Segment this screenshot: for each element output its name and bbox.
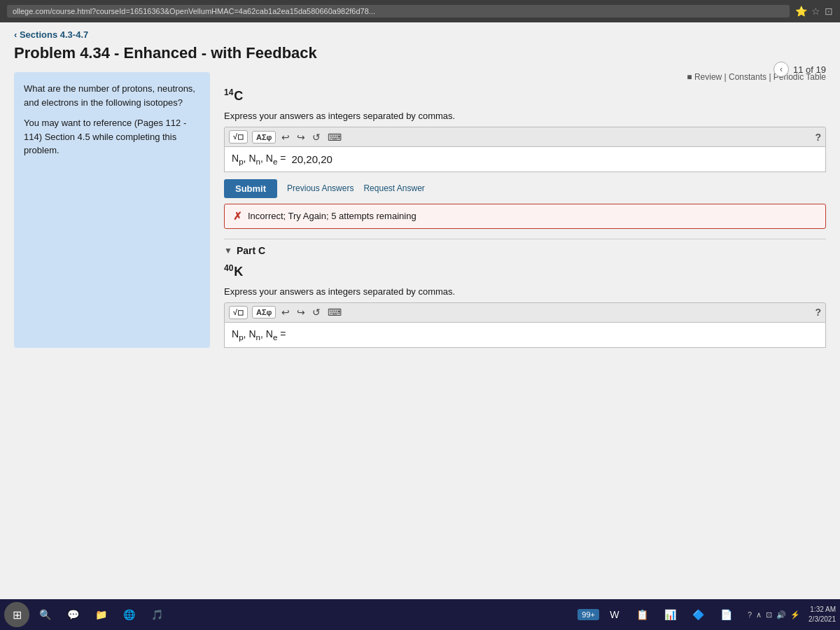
- isotope-symbol-c: K: [234, 265, 243, 279]
- network-icon[interactable]: ⊡: [766, 610, 772, 620]
- prev-page-button[interactable]: ‹: [774, 62, 789, 77]
- expand-tray-icon[interactable]: ∧: [756, 610, 762, 620]
- undo-button-c[interactable]: ↩: [280, 307, 291, 318]
- right-panel: ■ Review | Constants | Periodic Table 14…: [224, 72, 826, 348]
- section-divider: [224, 239, 826, 239]
- star-icon[interactable]: ⭐: [795, 6, 807, 17]
- page-counter: 11 of 19: [793, 64, 826, 75]
- taskbar-browser-button[interactable]: 🌐: [116, 602, 141, 627]
- help-icon-c[interactable]: ?: [815, 307, 821, 318]
- taskbar-app2-button[interactable]: 📊: [658, 602, 683, 627]
- previous-answers-link-b[interactable]: Previous Answers: [287, 183, 354, 193]
- badge-label: 99+: [582, 610, 595, 619]
- nav-counter: ‹ 11 of 19: [774, 62, 826, 77]
- taskbar-sys-tray: ? ∧ ⊡ 🔊 ⚡: [742, 610, 806, 620]
- part-c-header: ▼ Part C: [224, 245, 826, 256]
- taskbar-app3-button[interactable]: 🔷: [686, 602, 711, 627]
- input-toolbar-b: √◻ ΑΣφ ↩ ↪ ↺ ⌨ ?: [224, 127, 826, 147]
- left-panel: What are the number of protons, neutrons…: [14, 72, 210, 348]
- isotope-mass-c: 40: [224, 263, 233, 273]
- help-icon-b[interactable]: ?: [815, 132, 821, 143]
- page-title: Problem 4.34 - Enhanced - with Feedback: [14, 44, 826, 62]
- taskbar-app4-button[interactable]: 📄: [714, 602, 739, 627]
- answer-row-b: Np, Nn, Ne =: [224, 147, 826, 172]
- browser-icons: ⭐ ☆ ⊡: [795, 6, 833, 17]
- refresh-button-c[interactable]: ↺: [311, 307, 322, 318]
- taskbar-time: 1:32 AM 2/3/2021: [808, 605, 836, 624]
- taskbar-files-button[interactable]: 📁: [88, 602, 113, 627]
- error-text-b: Incorrect; Try Again; 5 attempts remaini…: [248, 211, 416, 221]
- refresh-button-b[interactable]: ↺: [311, 132, 322, 143]
- top-nav: Sections 4.3-4.7: [14, 29, 826, 40]
- main-content: Sections 4.3-4.7 Problem 4.34 - Enhanced…: [0, 22, 840, 599]
- greek-button-c[interactable]: ΑΣφ: [252, 306, 276, 318]
- start-button[interactable]: ⊞: [4, 602, 29, 627]
- express-instruction-c: Express your answers as integers separat…: [224, 286, 826, 297]
- part-c-arrow-icon: ▼: [224, 246, 232, 255]
- taskbar-badge-button[interactable]: 99+: [578, 609, 599, 620]
- submit-row-b: Submit Previous Answers Request Answer: [224, 179, 826, 198]
- part-c-label: Part C: [237, 245, 265, 256]
- clock-date: 2/3/2021: [808, 615, 836, 624]
- isotope-label-b: 14C: [224, 88, 243, 104]
- greek-button-b[interactable]: ΑΣφ: [252, 131, 276, 144]
- reference-text: You may want to reference (Pages 112 - 1…: [24, 116, 200, 158]
- answer-label-c: Np, Nn, Ne =: [232, 328, 286, 342]
- bookmark-icon[interactable]: ☆: [811, 6, 820, 17]
- error-box-b: ✗ Incorrect; Try Again; 5 attempts remai…: [224, 204, 826, 229]
- redo-button-b[interactable]: ↪: [295, 132, 307, 143]
- keyboard-button-c[interactable]: ⌨: [326, 307, 343, 318]
- isotope-symbol-b: C: [234, 89, 243, 103]
- volume-icon[interactable]: 🔊: [776, 610, 786, 620]
- browser-bar: ollege.com/course.html?courseId=16516363…: [0, 0, 840, 22]
- undo-button-b[interactable]: ↩: [280, 132, 291, 143]
- taskbar-search-button[interactable]: 🔍: [32, 602, 57, 627]
- part-b-isotope: 14C: [224, 88, 826, 108]
- clock-time: 1:32 AM: [808, 605, 836, 615]
- review-links: ■ Review | Constants | Periodic Table: [224, 72, 826, 82]
- isotope-mass-b: 14: [224, 88, 233, 97]
- answer-label-b: Np, Nn, Ne =: [232, 153, 286, 166]
- browser-url: ollege.com/course.html?courseId=16516363…: [7, 5, 790, 18]
- error-icon-b: ✗: [233, 210, 242, 223]
- submit-button-b[interactable]: Submit: [224, 179, 277, 198]
- input-toolbar-c: √◻ ΑΣφ ↩ ↪ ↺ ⌨ ?: [224, 302, 826, 323]
- answer-row-c: Np, Nn, Ne =: [224, 323, 826, 348]
- taskbar-word-button[interactable]: W: [602, 602, 627, 627]
- battery-icon[interactable]: ⚡: [790, 610, 800, 620]
- request-answer-link-b[interactable]: Request Answer: [363, 183, 424, 193]
- taskbar-app1-button[interactable]: 📋: [630, 602, 655, 627]
- answer-input-c[interactable]: [291, 329, 445, 341]
- format-button-b[interactable]: √◻: [229, 130, 248, 144]
- extension-icon[interactable]: ⊡: [825, 6, 833, 17]
- taskbar: ⊞ 🔍 💬 📁 🌐 🎵 99+ W 📋 📊 🔷 📄 ? ∧ ⊡ 🔊 ⚡ 1:32…: [0, 599, 840, 630]
- keyboard-button-b[interactable]: ⌨: [326, 132, 343, 143]
- isotope-label-c: 40K: [224, 263, 243, 279]
- question-text: What are the number of protons, neutrons…: [24, 82, 200, 109]
- answer-input-b[interactable]: [291, 153, 445, 165]
- taskbar-music-button[interactable]: 🎵: [144, 602, 169, 627]
- two-col-layout: What are the number of protons, neutrons…: [14, 72, 826, 348]
- question-tray-icon[interactable]: ?: [748, 610, 752, 619]
- taskbar-cortana-button[interactable]: 💬: [60, 602, 85, 627]
- express-instruction-b: Express your answers as integers separat…: [224, 111, 826, 121]
- format-button-c[interactable]: √◻: [229, 306, 248, 319]
- redo-button-c[interactable]: ↪: [295, 307, 307, 318]
- sections-link[interactable]: Sections 4.3-4.7: [14, 29, 88, 40]
- part-c-isotope: 40K: [224, 263, 826, 284]
